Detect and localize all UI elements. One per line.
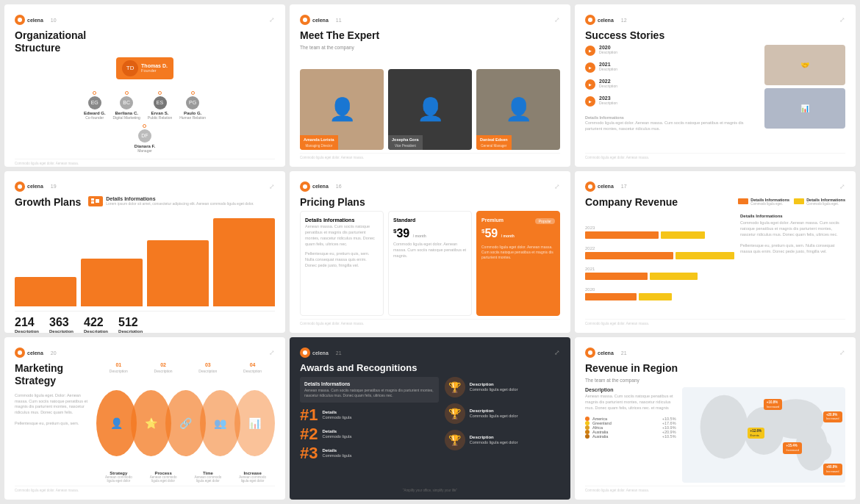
- growth-num-3: 422: [84, 316, 108, 329]
- slide-title: MarketingStrategy: [15, 362, 90, 387]
- expand-icon[interactable]: ⤢: [554, 183, 560, 190]
- slide-growth-plans: celena 19 ⤢ Growth Plans Details Informa…: [4, 171, 285, 334]
- ms-step-1: 01 Description: [110, 362, 128, 373]
- expand-icon[interactable]: ⤢: [839, 183, 845, 190]
- plan-price-3: $59 / month: [481, 227, 555, 240]
- slide-subtitle: The team at the company: [585, 378, 845, 383]
- plan-sub-1: Pellentesque eu, pretium quis, sem. Null…: [305, 251, 379, 268]
- svg-point-9: [18, 350, 22, 355]
- slide-title: OrganizationalStructure: [15, 29, 275, 54]
- ms-step-4: 04 Description: [243, 362, 262, 373]
- trophy-icon-3: 🏆: [445, 430, 465, 450]
- popular-badge: Popular: [535, 218, 555, 224]
- plan-price-2: $39 / month: [393, 227, 467, 240]
- member-role-1: Managing Director: [300, 144, 338, 150]
- step-num-3: 03: [205, 362, 211, 367]
- award-right-2: 🏆 DescriptionCommodo ligula eget dolor: [445, 403, 560, 424]
- expand-icon[interactable]: ⤢: [839, 349, 845, 356]
- member-role-3: General Manager: [476, 144, 512, 150]
- awards-layout: Details Informations Aenean massa. Cum s…: [300, 377, 560, 486]
- logo: celena: [15, 15, 43, 25]
- step-num-4: 04: [250, 362, 256, 367]
- map-badge-4: +15.4%Increased: [783, 442, 802, 454]
- rev-bar-yellow-1: [661, 231, 705, 239]
- ms-bottom-2: Process Aenean commodoligula eget dolor: [150, 471, 177, 483]
- award-right-text-2: DescriptionCommodo ligula eget dolor: [470, 408, 518, 420]
- svg-point-8: [588, 184, 592, 189]
- slide-number: 16: [336, 184, 342, 189]
- team-row: 👤 Amanda Lorista Managing Director 👤 Jos…: [300, 54, 560, 150]
- logo-icon: [585, 348, 595, 358]
- logo-text: celena: [27, 18, 43, 23]
- slide-subtitle: The team at the company: [300, 45, 560, 50]
- awards-left: Details Informations Aenean massa. Cum s…: [300, 377, 439, 486]
- avatar-1: EG: [88, 96, 101, 109]
- legend-orange: [738, 198, 748, 204]
- slide-number: 21: [336, 350, 342, 356]
- logo-text: celena: [598, 18, 614, 23]
- expand-icon[interactable]: ⤢: [839, 16, 845, 24]
- rev-bar-yellow-3: [650, 273, 698, 280]
- org-card-5: DF Dianara F. Manager: [135, 123, 155, 153]
- legend-yellow: [794, 198, 804, 204]
- rev-bar-yellow-2: [676, 252, 734, 259]
- bar-wrap-2: [81, 259, 143, 306]
- growth-stats: 214 Description Lorem ipsum 363 Descript…: [15, 311, 275, 333]
- expand-icon[interactable]: ⤢: [554, 16, 560, 24]
- ms-bottom-sub-4: Aenean commodoligula eget dolor: [239, 475, 266, 483]
- pricing-card-2: Standard $39 / month Commodo ligula eget…: [388, 211, 472, 316]
- ms-step-3: 03 Description: [198, 362, 217, 373]
- growth-stat-3: 422 Description Lorem ipsum: [84, 316, 108, 333]
- logo-icon: [15, 15, 25, 25]
- bar-wrap-3: [147, 240, 209, 306]
- growth-label-3: Description: [84, 329, 108, 333]
- expand-icon[interactable]: ⤢: [269, 183, 275, 190]
- slide-header: celena 12 ⤢: [585, 15, 845, 25]
- logo: celena: [300, 15, 329, 25]
- rev-detail-text: Commodo ligula eget dolor. Aenean massa.…: [740, 220, 845, 254]
- details-icon: [88, 196, 103, 206]
- expand-icon[interactable]: ⤢: [269, 349, 275, 356]
- logo: celena: [585, 181, 614, 192]
- region-map: +10.8%Increased +20.9%Increased +12.6%Ev…: [682, 387, 845, 483]
- desc-4: Description: [599, 101, 617, 105]
- timeline-dot-3: ▶: [585, 79, 595, 90]
- logo-icon: [15, 348, 25, 358]
- team-member-1: 👤 Amanda Lorista Managing Director: [300, 69, 384, 150]
- timeline-item-2: ▶ 2021 Description: [585, 62, 759, 73]
- slide-title: Revenue in Region: [585, 362, 845, 375]
- timeline-dot-2: ▶: [585, 62, 595, 73]
- org-level2: EG Edward G. Co-founder BC Berliana C. D…: [15, 90, 275, 120]
- slide-number: 11: [336, 18, 342, 23]
- org-card-2: BC Berliana C. Digital Marketing: [113, 90, 140, 120]
- logo: celena: [300, 348, 329, 358]
- ceo-name: Thomas D.: [141, 63, 168, 68]
- org-role-3: Public Relation: [148, 115, 172, 120]
- org-role-2: Digital Marketing: [113, 115, 140, 120]
- award-3: #3 DetailsCommodo ligula: [300, 445, 439, 461]
- org-card-4: PG Paulo G. Human Relation: [179, 90, 206, 120]
- award-right-3: 🏆 DescriptionCommodo ligula eget dolor: [445, 430, 560, 450]
- trophy-icon-1: 🏆: [445, 377, 465, 397]
- logo-text: celena: [312, 184, 329, 189]
- expand-icon[interactable]: ⤢: [554, 349, 560, 356]
- pricing-card-1: Details Informations Aenean massa. Cum s…: [300, 211, 384, 316]
- year-4: 2023: [599, 96, 617, 101]
- map-badge-1: +10.8%Increased: [764, 399, 783, 411]
- expand-icon[interactable]: ⤢: [269, 16, 275, 24]
- rev-bar-orange-2: [585, 252, 673, 259]
- svg-point-12: [700, 395, 748, 459]
- growth-label-1: Description: [15, 329, 39, 333]
- plan-name-3: Premium: [481, 217, 504, 223]
- bar-wrap-1: [15, 277, 76, 306]
- ms-bottom-1: Strategy Aenean commodoligula eget dolor: [105, 471, 132, 483]
- logo: celena: [585, 348, 614, 358]
- award-detail-3: DetailsCommodo ligula: [322, 447, 351, 459]
- slide-footer: Commodo ligula eget dolor. Aenean massa.: [585, 153, 845, 159]
- growth-label-4: Description: [118, 329, 143, 333]
- slide-title: Growth Plans: [15, 196, 81, 209]
- region-pct-5: +10.5%: [662, 434, 676, 439]
- awards-info: Details Informations Aenean massa. Cum s…: [300, 377, 439, 403]
- marketing-layout: MarketingStrategy Commodo ligula eget. D…: [15, 362, 275, 483]
- step-num-1: 01: [115, 362, 121, 367]
